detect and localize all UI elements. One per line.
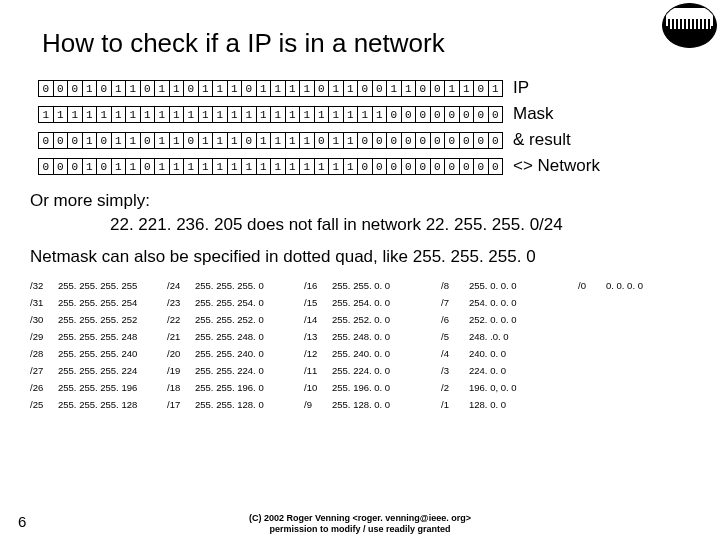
mask-value: 255. 0. 0. 0: [469, 277, 517, 294]
mask-value: 255. 255. 255. 0: [195, 277, 264, 294]
bit-cell: 1: [198, 132, 214, 149]
mask-cidr: /13: [304, 328, 332, 345]
bit-cell: 1: [227, 158, 243, 175]
netmask-note: Netmask can also be specified in dotted …: [30, 247, 720, 267]
mask-row: /3224. 0. 0: [441, 362, 572, 379]
mask-value: 255. 196. 0. 0: [332, 379, 390, 396]
bit-cell: 1: [183, 158, 199, 175]
bit-cell: 0: [444, 106, 460, 123]
bit-cell: 0: [473, 158, 489, 175]
bit-cell: 1: [299, 80, 315, 97]
bit-cell: 0: [459, 132, 475, 149]
mask-row: /23255. 255. 254. 0: [167, 294, 298, 311]
bit-cell: 1: [386, 80, 402, 97]
mask-value: 255. 255. 252. 0: [195, 311, 264, 328]
mask-cidr: /7: [441, 294, 469, 311]
mask-row: /17255. 255. 128. 0: [167, 396, 298, 413]
mask-cidr: /31: [30, 294, 58, 311]
mask-row: /28255. 255. 255. 240: [30, 345, 161, 362]
bit-cell: 0: [53, 158, 69, 175]
bit-cell: 0: [53, 132, 69, 149]
bit-cell: 1: [256, 132, 272, 149]
bit-cell: 0: [473, 132, 489, 149]
bit-cell: 0: [430, 106, 446, 123]
mask-row: /32255. 255. 255. 255: [30, 277, 161, 294]
bit-cell: 1: [198, 158, 214, 175]
mask-row: /29255. 255. 255. 248: [30, 328, 161, 345]
bit-cell: 1: [285, 132, 301, 149]
mask-value: 224. 0. 0: [469, 362, 506, 379]
bit-cell: 1: [111, 106, 127, 123]
mask-value: 255. 255. 0. 0: [332, 277, 390, 294]
bit-cell: 1: [212, 132, 228, 149]
bit-cell: 0: [415, 132, 431, 149]
mask-cidr: /26: [30, 379, 58, 396]
bit-cell: 1: [67, 106, 83, 123]
simply-label: Or more simply:: [30, 191, 720, 211]
bit-cell: 1: [96, 106, 112, 123]
bit-cell: 0: [444, 132, 460, 149]
bit-row: 00010110110111011110110000000000& result: [38, 129, 720, 151]
mask-value: 255. 255. 128. 0: [195, 396, 264, 413]
mask-cidr: /0: [578, 277, 606, 294]
mask-row: /21255. 255. 248. 0: [167, 328, 298, 345]
bit-cell: 0: [444, 158, 460, 175]
bit-cell: 0: [140, 132, 156, 149]
bit-cell: 0: [314, 132, 330, 149]
mask-cidr: /12: [304, 345, 332, 362]
mask-cidr: /8: [441, 277, 469, 294]
bit-cell: 1: [198, 80, 214, 97]
mask-cidr: /25: [30, 396, 58, 413]
bit-cell: 0: [372, 80, 388, 97]
mask-value: 255. 255. 240. 0: [195, 345, 264, 362]
bit-cell: 1: [183, 106, 199, 123]
bit-row-label: IP: [513, 78, 529, 98]
bit-cell: 1: [285, 158, 301, 175]
bit-cell: 0: [53, 80, 69, 97]
mask-row: /15255. 254. 0. 0: [304, 294, 435, 311]
bit-cell: 0: [386, 158, 402, 175]
bit-row: 11111111111111111111111100000000Mask: [38, 103, 720, 125]
bit-cell: 1: [328, 106, 344, 123]
mask-row: /27255. 255. 255. 224: [30, 362, 161, 379]
bit-row-label: & result: [513, 130, 571, 150]
slide-title: How to check if a IP is in a network: [42, 28, 720, 59]
bit-cell: 1: [270, 158, 286, 175]
mask-cidr: /2: [441, 379, 469, 396]
bit-cell: 1: [140, 106, 156, 123]
bit-cell: 0: [386, 106, 402, 123]
bit-cell: 1: [343, 158, 359, 175]
bit-cell: 1: [227, 132, 243, 149]
mask-value: 0. 0. 0. 0: [606, 277, 643, 294]
bit-cell: 1: [154, 158, 170, 175]
mask-value: 255. 248. 0. 0: [332, 328, 390, 345]
mask-column: /00. 0. 0. 0: [578, 277, 648, 413]
bit-cell: 1: [169, 106, 185, 123]
bit-cell: 1: [299, 106, 315, 123]
mask-row: /12255. 240. 0. 0: [304, 345, 435, 362]
bit-cell: 1: [111, 132, 127, 149]
bit-cell: 0: [357, 158, 373, 175]
mask-row: /20255. 255. 240. 0: [167, 345, 298, 362]
mask-row: /2196. 0, 0. 0: [441, 379, 572, 396]
bit-cell: 1: [241, 106, 257, 123]
bit-cell: 1: [227, 106, 243, 123]
mask-cidr: /23: [167, 294, 195, 311]
mask-row: /25255. 255. 255. 128: [30, 396, 161, 413]
bit-cell: 1: [444, 80, 460, 97]
mask-cidr: /16: [304, 277, 332, 294]
bit-cell: 0: [67, 80, 83, 97]
bit-cell: 1: [169, 80, 185, 97]
mask-cidr: /28: [30, 345, 58, 362]
simply-text: 22. 221. 236. 205 does not fall in netwo…: [110, 215, 720, 235]
bit-cell: 1: [169, 158, 185, 175]
mask-cidr: /9: [304, 396, 332, 413]
bit-cell: 0: [38, 132, 54, 149]
bit-cell: 0: [430, 158, 446, 175]
bit-cell: 0: [459, 106, 475, 123]
mask-cidr: /17: [167, 396, 195, 413]
bit-row-label: <> Network: [513, 156, 600, 176]
mask-row: /31255. 255. 255. 254: [30, 294, 161, 311]
bit-cell: 0: [357, 80, 373, 97]
bit-cell: 0: [401, 132, 417, 149]
